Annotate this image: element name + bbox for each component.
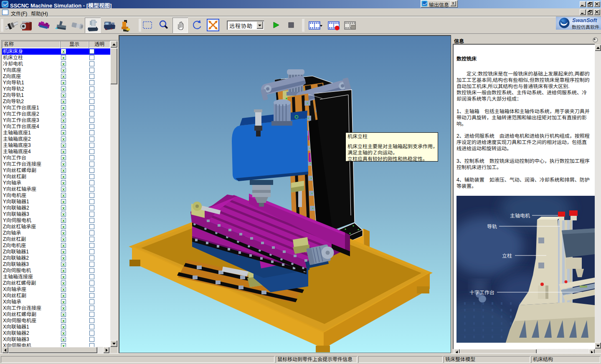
svg-text:导轨: 导轨 [487,222,497,230]
svg-text:十字工作台: 十字工作台 [469,288,494,296]
svg-text:立柱: 立柱 [502,252,512,259]
svg-text:主轴电机: 主轴电机 [510,212,530,219]
